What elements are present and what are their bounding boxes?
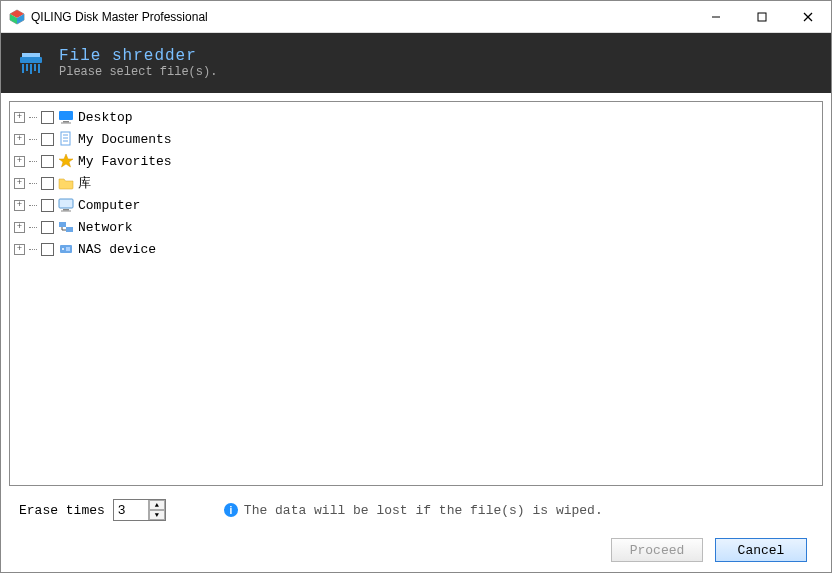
svg-rect-9 <box>22 53 40 57</box>
erase-times-input[interactable] <box>114 501 148 520</box>
svg-rect-26 <box>59 222 66 227</box>
svg-rect-17 <box>61 123 71 124</box>
tree-label: 库 <box>78 174 91 192</box>
tree-node-computer[interactable]: + Computer <box>12 194 820 216</box>
folder-icon <box>58 175 74 191</box>
desktop-icon <box>58 109 74 125</box>
spin-down-button[interactable]: ▼ <box>149 510 165 520</box>
erase-times-spinbox[interactable]: ▲ ▼ <box>113 499 166 521</box>
tree-node-nas[interactable]: + NAS device <box>12 238 820 260</box>
tree-node-favorites[interactable]: + My Favorites <box>12 150 820 172</box>
svg-rect-8 <box>20 57 42 63</box>
expand-toggle[interactable]: + <box>14 200 25 211</box>
expand-toggle[interactable]: + <box>14 112 25 123</box>
checkbox[interactable] <box>41 155 54 168</box>
cancel-button[interactable]: Cancel <box>715 538 807 562</box>
tree-node-library[interactable]: + 库 <box>12 172 820 194</box>
page-title: File shredder <box>59 47 217 65</box>
checkbox[interactable] <box>41 111 54 124</box>
shredder-icon <box>17 49 45 77</box>
app-window: QILING Disk Master Professional File <box>0 0 832 573</box>
tree-node-desktop[interactable]: + Desktop <box>12 106 820 128</box>
checkbox[interactable] <box>41 177 54 190</box>
svg-point-31 <box>62 248 64 250</box>
nas-icon <box>58 241 74 257</box>
proceed-button[interactable]: Proceed <box>611 538 703 562</box>
checkbox[interactable] <box>41 221 54 234</box>
checkbox[interactable] <box>41 199 54 212</box>
computer-icon <box>58 197 74 213</box>
documents-icon <box>58 131 74 147</box>
titlebar: QILING Disk Master Professional <box>1 1 831 33</box>
svg-rect-27 <box>66 227 73 232</box>
svg-rect-32 <box>66 247 70 251</box>
tree-label: My Favorites <box>78 154 172 169</box>
tree-label: Computer <box>78 198 140 213</box>
tree-label: NAS device <box>78 242 156 257</box>
star-icon <box>58 153 74 169</box>
info-icon: i <box>224 503 238 517</box>
tree-label: Network <box>78 220 133 235</box>
close-button[interactable] <box>785 1 831 32</box>
app-icon <box>9 9 25 25</box>
expand-toggle[interactable]: + <box>14 222 25 233</box>
svg-rect-16 <box>63 121 69 123</box>
expand-toggle[interactable]: + <box>14 244 25 255</box>
network-icon <box>58 219 74 235</box>
checkbox[interactable] <box>41 243 54 256</box>
checkbox[interactable] <box>41 133 54 146</box>
maximize-button[interactable] <box>739 1 785 32</box>
expand-toggle[interactable]: + <box>14 156 25 167</box>
file-tree[interactable]: + Desktop + My Documents + <box>9 101 823 486</box>
tree-label: My Documents <box>78 132 172 147</box>
svg-rect-25 <box>61 211 71 212</box>
spin-up-button[interactable]: ▲ <box>149 500 165 510</box>
svg-marker-22 <box>59 154 73 167</box>
svg-rect-15 <box>59 111 73 120</box>
tree-label: Desktop <box>78 110 133 125</box>
footer-controls: Erase times ▲ ▼ i The data will be lost … <box>9 486 823 572</box>
tree-container: + Desktop + My Documents + <box>1 93 831 572</box>
erase-times-label: Erase times <box>19 503 105 518</box>
svg-rect-24 <box>63 209 69 211</box>
info-text: The data will be lost if the file(s) is … <box>244 503 603 518</box>
window-title: QILING Disk Master Professional <box>31 10 208 24</box>
minimize-button[interactable] <box>693 1 739 32</box>
page-subtitle: Please select file(s). <box>59 65 217 79</box>
tree-node-network[interactable]: + Network <box>12 216 820 238</box>
svg-rect-23 <box>59 199 73 208</box>
expand-toggle[interactable]: + <box>14 134 25 145</box>
svg-rect-5 <box>758 13 766 21</box>
tree-node-documents[interactable]: + My Documents <box>12 128 820 150</box>
expand-toggle[interactable]: + <box>14 178 25 189</box>
page-banner: File shredder Please select file(s). <box>1 33 831 93</box>
